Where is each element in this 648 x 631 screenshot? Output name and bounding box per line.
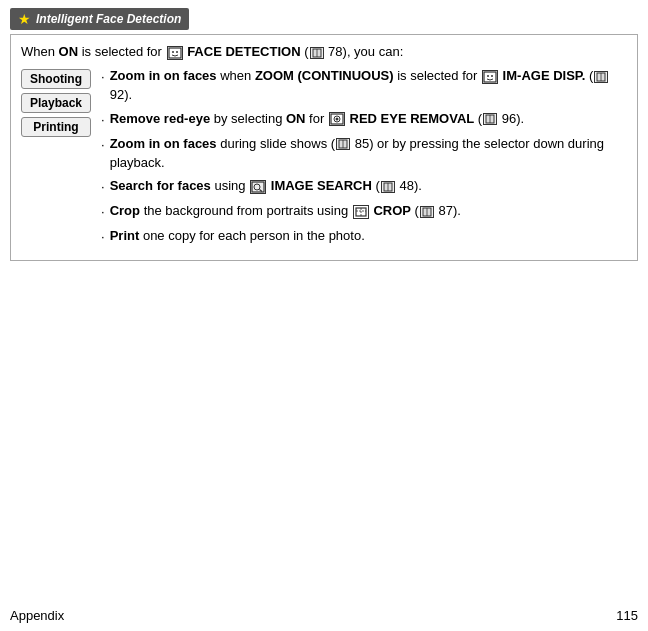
bullet-item-1: · Zoom in on faces when ZOOM (CONTINUOUS… [101,67,627,105]
sidebar: Shooting Playback Printing [21,67,91,252]
bullet2-bold3: RED EYE REMOVAL [350,111,475,126]
svg-point-7 [491,75,493,77]
face-detection-icon [167,46,183,60]
on-label: ON [59,44,79,59]
footer-left: Appendix [10,608,64,623]
bullet1-bold2: ZOOM (CONTINUOUS) [255,68,394,83]
bullet3-bold: Zoom in on faces [110,136,217,151]
svg-point-6 [487,75,489,77]
main-layout: Shooting Playback Printing · Zoom in on … [21,67,627,252]
svg-point-12 [335,118,338,121]
book-icon-1 [310,47,324,59]
book-icon-5 [381,181,395,193]
bullet1-bold3: IM-AGE DISP. [503,68,586,83]
bullet5-bold2: CROP [373,203,411,218]
bullet2-bold2: ON [286,111,306,126]
shooting-tab[interactable]: Shooting [21,69,91,89]
crop-icon [353,205,369,219]
printing-tab[interactable]: Printing [21,117,91,137]
image-search-icon [250,180,266,194]
bullet5-bold: Crop [110,203,140,218]
star-icon: ★ [18,11,31,27]
bullet-item-4: · Search for faces using IMAGE SEARCH [101,177,627,197]
content-box: When ON is selected for FACE DETECTION (… [10,34,638,261]
bullet-item-5: · Crop the background from portraits usi… [101,202,627,222]
footer: Appendix 115 [10,608,638,623]
bullet-item-2: · Remove red-eye by selecting ON for RED… [101,110,627,130]
bullet-item-6: · Print one copy for each person in the … [101,227,627,247]
redeye-icon [329,112,345,126]
bullet-item-3: · Zoom in on faces during slide shows ( … [101,135,627,173]
bullet1-bold: Zoom in on faces [110,68,217,83]
intro-line: When ON is selected for FACE DETECTION (… [21,43,627,61]
image-disp-icon [482,70,498,84]
book-icon-4 [336,138,350,150]
title-bar-text: Intelligent Face Detection [36,12,181,26]
footer-right: 115 [616,608,638,623]
page-container: ★ Intelligent Face Detection When ON is … [0,0,648,631]
face-detection-label: FACE DETECTION [187,44,300,59]
bullet6-bold: Print [110,228,140,243]
book-icon-2 [594,71,608,83]
bullet2-bold: Remove red-eye [110,111,210,126]
title-bar: ★ Intelligent Face Detection [10,8,189,30]
bullet4-bold: Search for faces [110,178,211,193]
bullet4-bold2: IMAGE SEARCH [271,178,372,193]
svg-point-1 [172,51,174,53]
bullets-content: · Zoom in on faces when ZOOM (CONTINUOUS… [101,67,627,252]
playback-tab[interactable]: Playback [21,93,91,113]
svg-point-2 [176,51,178,53]
book-icon-6 [420,206,434,218]
book-icon-3 [483,113,497,125]
